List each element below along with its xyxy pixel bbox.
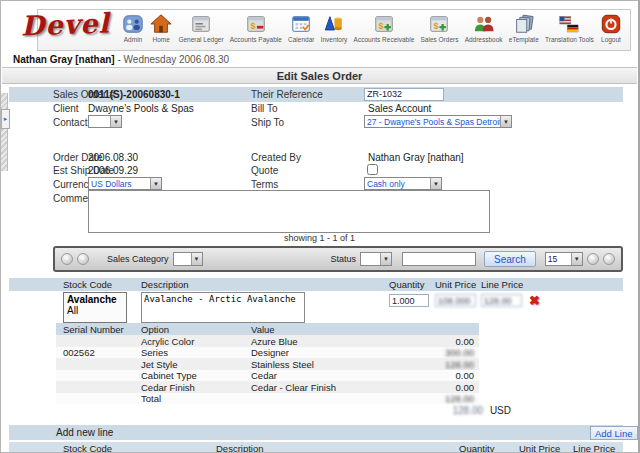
- option-header: Option: [141, 324, 169, 335]
- translation-tools-icon: [558, 13, 580, 35]
- delete-line-icon[interactable]: ✖: [529, 293, 540, 308]
- toolbar-item-accounts-receivable[interactable]: $ Accounts Receivable: [354, 13, 415, 43]
- chevron-down-icon: ▼: [571, 253, 582, 265]
- stock-code-sub: All: [67, 305, 123, 316]
- stock-code-header: Stock Code: [63, 279, 112, 290]
- option-price: 300.00: [445, 347, 474, 358]
- sales-category-select[interactable]: ▼: [173, 252, 203, 266]
- app-window: ▸ Devel Admin Home General Ledger $ Acco…: [0, 0, 640, 453]
- client-value: Dwayne's Pools & Spas: [88, 103, 194, 114]
- ship-to-label: Ship To: [251, 117, 284, 128]
- item-description-textarea[interactable]: Avalanche - Arctic Avalanche: [141, 292, 305, 323]
- arrow-left-icon: ‹: [82, 254, 85, 263]
- stock-code-cell[interactable]: Avalanche All: [63, 292, 127, 323]
- general-ledger-icon: [190, 13, 212, 35]
- toolbar-item-calendar[interactable]: Calendar: [288, 13, 314, 43]
- order-date-value: 2006.08.30: [88, 152, 138, 163]
- quantity-header: Quantity: [389, 279, 424, 290]
- grand-total: 128.00 USD: [371, 405, 511, 416]
- svg-text:$: $: [378, 21, 383, 31]
- quote-label: Quote: [251, 165, 278, 176]
- toolbar-item-accounts-payable[interactable]: $ Accounts Payable: [230, 13, 282, 43]
- user-status-line: Nathan Gray [nathan] - Wednesday 2006.08…: [13, 54, 229, 65]
- sales-orders-icon: $: [428, 13, 450, 35]
- toolbar-label: Sales Orders: [420, 36, 458, 43]
- stock-code-value: Avalanche: [67, 294, 123, 305]
- current-date: Wednesday 2006.08.30: [124, 54, 229, 65]
- item-unit-price-input[interactable]: [435, 294, 476, 307]
- page-title: Edit Sales Order: [2, 67, 637, 84]
- arrow-left-icon: ‹: [66, 254, 69, 263]
- unit-price-header: Unit Price: [435, 279, 476, 290]
- toolbar-item-general-ledger[interactable]: General Ledger: [178, 13, 223, 43]
- expand-sidebar-button[interactable]: ▸: [1, 109, 10, 129]
- chevron-down-icon: ▼: [150, 178, 161, 189]
- last-page-button[interactable]: ›: [603, 253, 615, 265]
- grand-total-currency: USD: [490, 405, 511, 416]
- toolbar-label: Accounts Payable: [230, 36, 282, 43]
- toolbar-label: Logout: [601, 36, 621, 43]
- created-by-label: Created By: [251, 152, 301, 163]
- serial-row: Acrylic Color Azure Blue 0.00: [56, 335, 479, 347]
- sales-category-label: Sales Category: [107, 254, 169, 264]
- options-total-price: 128.00: [445, 393, 474, 404]
- separator: -: [115, 54, 124, 65]
- quote-checkbox[interactable]: [367, 164, 378, 175]
- toolbar-item-translation-tools[interactable]: Translation Tools: [545, 13, 594, 43]
- search-button[interactable]: Search: [484, 251, 536, 267]
- item-line-price-input[interactable]: [481, 294, 522, 307]
- admin-icon: [122, 13, 144, 35]
- option-price: 128.00: [445, 359, 474, 370]
- chevron-down-icon: ▼: [191, 253, 202, 265]
- toolbar-label: Translation Tools: [545, 36, 594, 43]
- bill-to-value: Sales Account: [368, 103, 431, 114]
- value-header: Value: [251, 324, 275, 335]
- inventory-icon: [323, 13, 345, 35]
- serial-row: Cabinet Type Cedar 0.00: [56, 370, 479, 382]
- serial-table-header: Serial Number Option Value: [56, 323, 479, 335]
- client-label: Client: [53, 103, 79, 114]
- chevron-down-icon: ▼: [110, 116, 121, 127]
- status-select[interactable]: ▼: [360, 252, 392, 266]
- serial-number-header: Serial Number: [63, 324, 124, 335]
- toolbar-item-inventory[interactable]: Inventory: [321, 13, 348, 43]
- toolbar-item-addressbook[interactable]: Addressbook: [465, 13, 503, 43]
- toolbar-label: Inventory: [321, 36, 348, 43]
- option-price: 0.00: [456, 336, 475, 347]
- toolbar-item-home[interactable]: Home: [150, 13, 172, 43]
- accounts-receivable-icon: $: [373, 13, 395, 35]
- option-price: 0.00: [456, 382, 475, 393]
- contact-label: Contact: [53, 117, 87, 128]
- add-line-button[interactable]: Add Line: [590, 426, 638, 440]
- their-reference-label: Their Reference: [251, 89, 323, 100]
- their-reference-input[interactable]: [364, 88, 444, 101]
- serial-number-value: 002562: [63, 347, 95, 358]
- status-label: Status: [331, 254, 357, 264]
- main-toolbar: Admin Home General Ledger $ Accounts Pay…: [37, 9, 631, 51]
- prev-page-button[interactable]: ‹: [77, 253, 89, 265]
- contact-select[interactable]: ▼: [88, 115, 122, 128]
- next-page-button[interactable]: ›: [587, 253, 599, 265]
- currency-select[interactable]: US Dollars▼: [88, 177, 162, 190]
- search-input[interactable]: [402, 252, 476, 266]
- arrow-right-icon: ›: [592, 254, 595, 263]
- item-quantity-input[interactable]: [389, 294, 429, 307]
- ship-to-select[interactable]: 27 - Dwayne's Pools & Spas Detroit▼: [364, 115, 512, 128]
- accounts-payable-icon: $: [245, 13, 267, 35]
- toolbar-label: eTemplate: [509, 36, 539, 43]
- page-size-select[interactable]: 15▼: [545, 252, 583, 266]
- paging-status: showing 1 - 1 of 1: [1, 233, 638, 243]
- chevron-down-icon: ▼: [430, 178, 441, 189]
- comments-textarea[interactable]: [88, 190, 490, 233]
- addressbook-icon: [473, 13, 495, 35]
- terms-select[interactable]: Cash only▼: [364, 177, 442, 190]
- toolbar-item-etemplate[interactable]: eTemplate: [509, 13, 539, 43]
- arrow-right-icon: ›: [608, 254, 611, 263]
- toolbar-item-logout[interactable]: Logout: [600, 13, 622, 43]
- toolbar-item-admin[interactable]: Admin: [122, 13, 144, 43]
- toolbar-label: Addressbook: [465, 36, 503, 43]
- toolbar-item-sales-orders[interactable]: $ Sales Orders: [420, 13, 458, 43]
- app-logo: Devel: [20, 7, 110, 41]
- serial-row: Jet Style Stainless Steel 128.00: [56, 358, 479, 370]
- first-page-button[interactable]: ‹: [61, 253, 73, 265]
